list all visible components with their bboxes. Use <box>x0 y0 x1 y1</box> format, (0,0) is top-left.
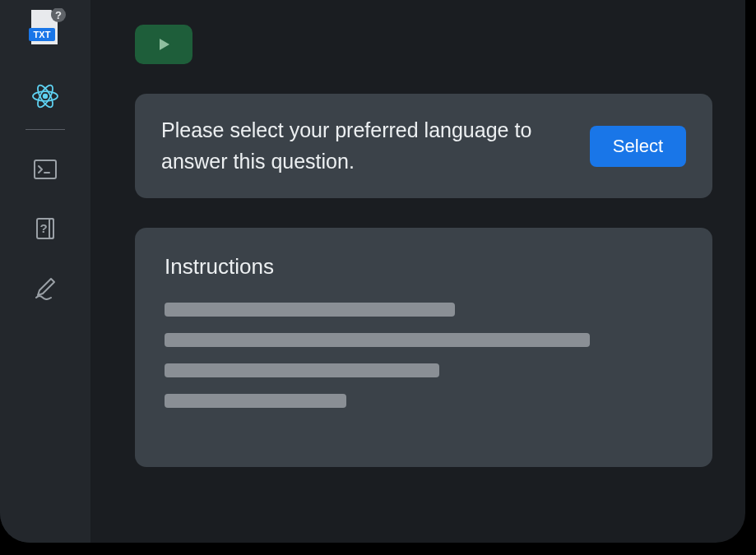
skeleton-line <box>165 394 346 408</box>
instructions-placeholder <box>165 303 683 408</box>
react-icon <box>29 80 62 113</box>
banner-message: Please select your preferred language to… <box>161 115 570 177</box>
svg-rect-11 <box>49 219 53 238</box>
main-content: Please select your preferred language to… <box>90 0 745 543</box>
sidebar-item-draw[interactable] <box>29 271 62 304</box>
app-logo: TXT ? <box>24 8 67 51</box>
select-language-button[interactable]: Select <box>590 126 686 167</box>
help-page-icon: ? <box>33 216 58 241</box>
app-frame: TXT ? ? <box>0 0 745 543</box>
skeleton-line <box>165 363 439 377</box>
instructions-title: Instructions <box>165 254 683 280</box>
sidebar: TXT ? ? <box>0 0 90 543</box>
language-select-banner: Please select your preferred language to… <box>135 94 712 198</box>
sidebar-item-help[interactable]: ? <box>29 212 62 245</box>
skeleton-line <box>165 333 590 347</box>
svg-text:TXT: TXT <box>34 30 51 39</box>
instructions-panel: Instructions <box>135 228 712 467</box>
svg-text:?: ? <box>55 9 62 21</box>
svg-rect-8 <box>35 160 56 178</box>
sidebar-item-react[interactable] <box>29 80 62 113</box>
sidebar-divider <box>26 129 65 130</box>
txt-file-icon: TXT ? <box>24 8 67 51</box>
terminal-icon <box>33 157 58 182</box>
play-icon <box>155 36 172 53</box>
signature-icon <box>33 275 58 300</box>
svg-point-4 <box>43 94 48 99</box>
svg-text:?: ? <box>39 221 47 235</box>
skeleton-line <box>165 303 455 317</box>
sidebar-item-terminal[interactable] <box>29 153 62 186</box>
run-button[interactable] <box>135 25 192 64</box>
